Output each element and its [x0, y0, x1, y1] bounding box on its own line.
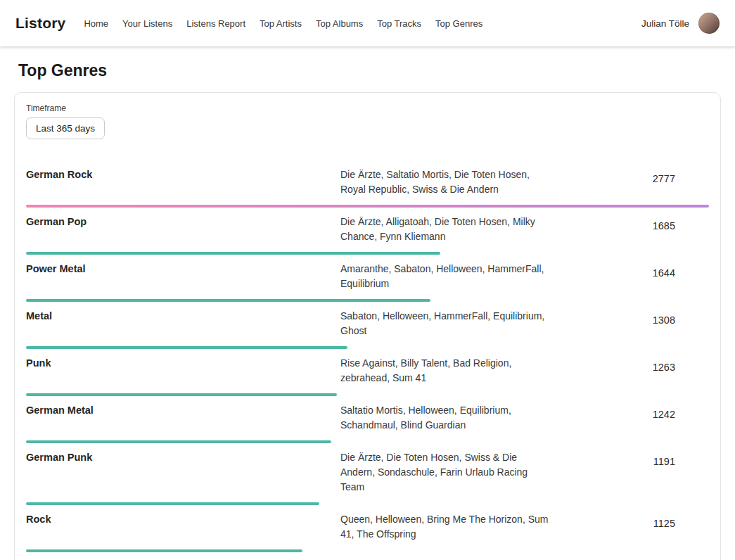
user-area: Julian Tölle — [641, 13, 720, 34]
genre-artists: Rise Against, Billy Talent, Bad Religion… — [340, 356, 551, 386]
genre-row: Power Metal Amaranthe, Sabaton, Hellowee… — [26, 255, 709, 302]
genre-name: Punk — [26, 356, 329, 386]
genre-count: 1242 — [563, 403, 709, 433]
genre-artists: Sabaton, Helloween, HammerFall, Equilibr… — [340, 309, 551, 338]
nav-item-top-artists[interactable]: Top Artists — [260, 18, 302, 29]
genre-artists: Die Ärzte, Die Toten Hosen, Swiss & Die … — [340, 450, 551, 495]
genre-name: German Rock — [26, 167, 329, 197]
genre-name: Rock — [26, 512, 329, 542]
app-logo[interactable]: Listory — [15, 15, 65, 32]
genre-count: 1644 — [563, 262, 709, 291]
genre-row: German Punk Die Ärzte, Die Toten Hosen, … — [26, 443, 709, 505]
genre-artists: Amaranthe, Sabaton, Helloween, HammerFal… — [340, 262, 551, 291]
avatar[interactable] — [698, 13, 720, 34]
nav-item-top-genres[interactable]: Top Genres — [435, 18, 482, 29]
genre-row: German Pop Die Ärzte, Alligatoah, Die To… — [26, 208, 709, 255]
genre-name: German Pop — [26, 215, 329, 244]
genre-count: 1191 — [563, 450, 709, 495]
nav-item-home[interactable]: Home — [84, 18, 108, 29]
genre-count: 1263 — [563, 356, 709, 386]
timeframe-label: Timeframe — [26, 103, 709, 113]
nav-item-your-listens[interactable]: Your Listens — [122, 18, 172, 29]
genre-name: German Metal — [26, 403, 329, 433]
timeframe-select[interactable]: Last 365 days — [26, 117, 105, 139]
top-genres-card: Timeframe Last 365 days German Rock Die … — [14, 92, 721, 560]
top-bar: Listory HomeYour ListensListens ReportTo… — [0, 0, 735, 46]
nav-item-listens-report[interactable]: Listens Report — [186, 18, 245, 29]
genre-artists: Die Ärzte, Saltatio Mortis, Die Toten Ho… — [340, 167, 551, 197]
genre-row: Metal Sabaton, Helloween, HammerFall, Eq… — [26, 302, 709, 349]
genre-count: 1125 — [563, 512, 709, 542]
genre-artists: Queen, Helloween, Bring Me The Horizon, … — [340, 512, 551, 542]
nav-item-top-albums[interactable]: Top Albums — [316, 18, 363, 29]
genre-count: 2777 — [563, 167, 709, 197]
nav-item-top-tracks[interactable]: Top Tracks — [377, 18, 421, 29]
genre-row: German Rock Die Ärzte, Saltatio Mortis, … — [26, 160, 709, 208]
genre-row: German Metal Saltatio Mortis, Helloween,… — [26, 396, 709, 443]
genre-row: Medieval Rock Saltatio Mortis, Feuerschw… — [26, 552, 709, 560]
genre-row: Punk Rise Against, Billy Talent, Bad Rel… — [26, 349, 709, 396]
genre-artists: Saltatio Mortis, Helloween, Equilibrium,… — [340, 403, 551, 433]
page: Top Genres Timeframe Last 365 days Germa… — [0, 61, 735, 560]
genre-name: German Punk — [26, 450, 329, 495]
user-name[interactable]: Julian Tölle — [641, 18, 689, 29]
genre-count: 1308 — [563, 309, 709, 338]
genre-artists: Die Ärzte, Alligatoah, Die Toten Hosen, … — [340, 215, 551, 244]
genre-count: 1685 — [563, 215, 709, 244]
genre-name: Power Metal — [26, 262, 329, 291]
genre-row: Rock Queen, Helloween, Bring Me The Hori… — [26, 505, 709, 552]
genre-table: German Rock Die Ärzte, Saltatio Mortis, … — [26, 160, 709, 560]
page-title: Top Genres — [18, 61, 718, 80]
main-nav: HomeYour ListensListens ReportTop Artist… — [84, 18, 482, 29]
genre-name: Metal — [26, 309, 329, 338]
